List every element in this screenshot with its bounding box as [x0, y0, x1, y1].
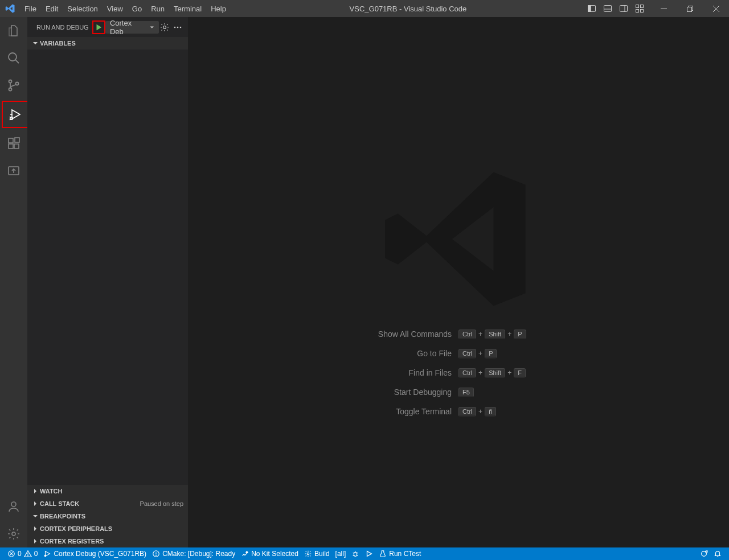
hint-row: Show All CommandsCtrl+Shift+P — [236, 324, 681, 344]
source-control-icon[interactable] — [0, 72, 27, 99]
hint-keys: Ctrl+P — [458, 349, 681, 359]
warning-count: 0 — [34, 550, 38, 558]
toggle-primary-sidebar-icon[interactable] — [585, 2, 598, 15]
svg-point-32 — [180, 26, 182, 28]
debug-config-dropdown[interactable]: Cortex Deb — [105, 21, 159, 34]
hint-row: Go to FileCtrl+P — [236, 344, 681, 363]
section-watch[interactable]: WATCH — [27, 485, 188, 497]
svg-line-45 — [353, 553, 354, 553]
open-launch-json-icon[interactable] — [159, 22, 170, 33]
close-button[interactable] — [703, 0, 729, 17]
svg-line-48 — [357, 555, 358, 556]
svg-point-16 — [9, 53, 17, 61]
svg-rect-13 — [687, 7, 691, 11]
svg-rect-7 — [636, 5, 639, 8]
menu-selection[interactable]: Selection — [63, 0, 102, 17]
section-label: BREAKPOINTS — [40, 513, 183, 520]
section-breakpoints[interactable]: BREAKPOINTS — [27, 510, 188, 522]
start-debug-button[interactable] — [92, 20, 105, 34]
svg-point-18 — [9, 80, 12, 83]
toggle-secondary-sidebar-icon[interactable] — [617, 2, 630, 15]
title-bar: File Edit Selection View Go Run Terminal… — [0, 0, 729, 17]
section-label: CORTEX PERIPHERALS — [40, 525, 183, 532]
toggle-panel-icon[interactable] — [601, 2, 614, 15]
hint-row: Toggle TerminalCtrl+ñ — [236, 402, 681, 421]
editor-area: Show All CommandsCtrl+Shift+PGo to FileC… — [188, 17, 729, 547]
editor-hints: Show All CommandsCtrl+Shift+PGo to FileC… — [236, 324, 681, 421]
extensions-icon[interactable] — [0, 130, 27, 157]
status-cmake[interactable]: CMake: [Debug]: Ready — [149, 547, 238, 560]
section-variables[interactable]: VARIABLES — [27, 37, 188, 50]
svg-rect-25 — [15, 138, 19, 142]
status-kit[interactable]: No Kit Selected — [238, 547, 301, 560]
maximize-button[interactable] — [677, 0, 703, 17]
keyboard-key: ñ — [485, 407, 496, 417]
section-cortex-peripherals[interactable]: CORTEX PERIPHERALS — [27, 522, 188, 535]
hint-label: Start Debugging — [236, 388, 458, 397]
keyboard-key: F — [514, 368, 526, 378]
status-build[interactable]: Build — [301, 547, 333, 560]
chevron-down-icon — [32, 513, 40, 520]
svg-point-43 — [354, 552, 357, 556]
window-title: VSC_G071RB - Visual Studio Code — [231, 5, 585, 13]
status-target[interactable]: [all] — [333, 547, 349, 560]
status-launch-run-icon[interactable] — [362, 547, 376, 560]
svg-rect-8 — [641, 5, 644, 8]
menu-file[interactable]: File — [20, 0, 41, 17]
chevron-down-icon — [32, 40, 40, 47]
svg-rect-22 — [9, 138, 13, 143]
hint-label: Toggle Terminal — [236, 407, 458, 416]
customize-layout-icon[interactable] — [633, 2, 646, 15]
svg-rect-11 — [661, 9, 667, 9]
status-errors[interactable]: 0 0 — [5, 547, 40, 560]
status-launch-debug-icon[interactable] — [349, 547, 362, 560]
chevron-right-icon — [32, 500, 40, 507]
search-icon[interactable] — [0, 44, 27, 72]
section-label: WATCH — [40, 488, 183, 495]
menu-edit[interactable]: Edit — [41, 0, 63, 17]
section-label: VARIABLES — [40, 40, 183, 47]
hint-label: Find in Files — [236, 368, 458, 377]
hint-label: Show All Commands — [236, 330, 458, 339]
svg-point-19 — [9, 88, 12, 91]
svg-rect-23 — [9, 144, 13, 149]
run-and-debug-icon[interactable] — [2, 101, 29, 128]
hint-keys: Ctrl+Shift+F — [458, 368, 681, 378]
variables-body — [27, 50, 188, 485]
section-cortex-registers[interactable]: CORTEX REGISTERS — [27, 535, 188, 547]
menu-view[interactable]: View — [103, 0, 128, 17]
error-count: 0 — [18, 550, 22, 558]
xpack-actions-icon[interactable] — [0, 157, 27, 184]
menu-go[interactable]: Go — [128, 0, 146, 17]
svg-rect-5 — [620, 6, 628, 12]
section-callstack[interactable]: CALL STACK Paused on step — [27, 497, 188, 510]
hint-keys: Ctrl+ñ — [458, 407, 681, 417]
hint-row: Find in FilesCtrl+Shift+F — [236, 363, 681, 382]
status-bell-icon[interactable] — [711, 547, 724, 560]
minimize-button[interactable] — [650, 0, 677, 17]
status-text: No Kit Selected — [251, 550, 298, 558]
explorer-icon[interactable] — [0, 17, 27, 44]
vscode-watermark-icon — [379, 159, 538, 319]
hint-label: Go to File — [236, 349, 458, 358]
chevron-right-icon — [32, 488, 40, 495]
status-debug-target[interactable]: Cortex Debug (VSC_G071RB) — [40, 547, 149, 560]
svg-point-20 — [16, 83, 19, 85]
svg-point-42 — [307, 553, 309, 555]
section-label: CALL STACK — [40, 500, 140, 507]
status-text: CMake: [Debug]: Ready — [162, 550, 235, 558]
svg-point-37 — [27, 555, 28, 556]
debug-more-icon[interactable] — [173, 22, 183, 33]
accounts-icon[interactable] — [0, 493, 27, 520]
svg-line-17 — [15, 60, 19, 63]
menu-run[interactable]: Run — [146, 0, 169, 17]
status-feedback-icon[interactable] — [697, 547, 711, 560]
status-ctest[interactable]: Run CTest — [376, 547, 424, 560]
svg-point-31 — [177, 26, 179, 28]
menu-help[interactable]: Help — [206, 0, 231, 17]
menu-bar: File Edit Selection View Go Run Terminal… — [20, 0, 231, 17]
menu-terminal[interactable]: Terminal — [169, 0, 206, 17]
debug-config-name: Cortex Deb — [110, 19, 146, 36]
settings-gear-icon[interactable] — [0, 520, 27, 547]
keyboard-key: Ctrl — [458, 368, 476, 378]
